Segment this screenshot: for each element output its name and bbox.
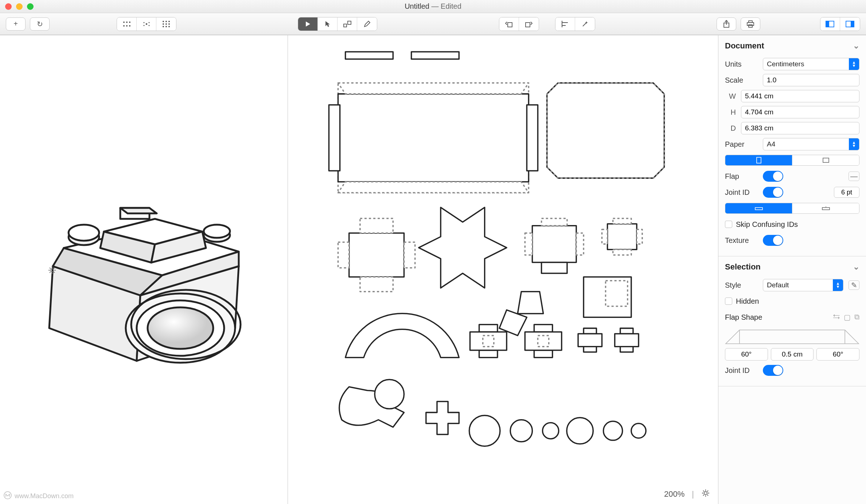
width-field[interactable] [741, 90, 859, 102]
svg-point-61 [51, 269, 54, 272]
grid-sparse-icon[interactable] [137, 17, 156, 31]
svg-point-7 [148, 22, 149, 23]
chevron-down-icon: ⌄ [853, 41, 859, 51]
svg-rect-22 [344, 24, 347, 27]
mirror-icon[interactable]: ⮀ [833, 313, 840, 322]
add-button[interactable]: + [6, 17, 26, 31]
height-field[interactable] [741, 106, 859, 118]
jointid-size-field[interactable] [834, 187, 859, 198]
hidden-label: Hidden [736, 297, 759, 306]
flap-angle-left-field[interactable] [725, 348, 768, 361]
scale-field[interactable] [763, 74, 859, 86]
document-header[interactable]: Document ⌄ [725, 39, 859, 54]
play-tool-icon[interactable] [298, 17, 318, 31]
svg-rect-85 [613, 249, 631, 255]
camera-icon[interactable] [0, 266, 42, 501]
print-icon[interactable] [741, 17, 760, 31]
svg-rect-115 [755, 208, 762, 210]
style-label: Style [725, 281, 758, 290]
svg-point-109 [567, 418, 593, 444]
svg-point-17 [163, 26, 164, 27]
paper-select[interactable]: A4 ▲▼ [763, 138, 859, 150]
grid-dense-icon[interactable] [117, 17, 137, 31]
svg-rect-80 [542, 262, 567, 273]
flap-options-button[interactable]: — [849, 172, 859, 181]
rotate-left-icon[interactable] [499, 17, 519, 31]
reload-button[interactable]: ↻ [30, 17, 50, 31]
zoom-level[interactable]: 200% [664, 489, 684, 499]
landscape-icon[interactable] [792, 155, 859, 165]
left-panel-icon[interactable] [820, 17, 840, 31]
edit-style-button[interactable]: ✎ [849, 280, 859, 290]
svg-marker-118 [726, 330, 859, 344]
svg-point-15 [165, 23, 167, 25]
svg-rect-99 [620, 347, 633, 352]
svg-rect-66 [329, 105, 340, 171]
unfold-sheet-view[interactable]: 200% | [288, 35, 718, 504]
jointid-label: Joint ID [725, 188, 758, 197]
svg-rect-81 [608, 224, 637, 249]
pointer-tool-icon[interactable] [318, 17, 338, 31]
stepper-icon: ▲▼ [849, 58, 859, 70]
svg-rect-96 [584, 347, 596, 352]
svg-point-4 [126, 25, 128, 27]
skip-ids-checkbox[interactable] [725, 221, 732, 228]
flap-size-field[interactable] [771, 348, 814, 361]
align-left-icon[interactable] [555, 17, 575, 31]
flap-shape-preview[interactable] [725, 327, 859, 344]
grid-9-icon[interactable] [156, 17, 176, 31]
magic-wand-icon[interactable] [575, 17, 595, 31]
selection-header[interactable]: Selection ⌄ [725, 260, 859, 275]
gear-icon[interactable] [48, 266, 281, 501]
jointid-toggle[interactable] [763, 187, 783, 198]
model-3d-view[interactable] [0, 35, 288, 504]
svg-rect-77 [525, 233, 532, 255]
jointid-style-segment[interactable] [725, 203, 859, 214]
copy-icon[interactable]: ⧉ [854, 313, 859, 322]
svg-rect-91 [534, 350, 552, 358]
watermark-logo-icon [4, 491, 12, 501]
svg-marker-20 [306, 21, 310, 27]
rotate-right-icon[interactable] [519, 17, 539, 31]
sel-jointid-toggle[interactable] [763, 365, 783, 376]
orientation-segment[interactable] [725, 155, 859, 166]
svg-point-12 [165, 21, 167, 22]
depth-field[interactable] [741, 122, 859, 134]
flap-angle-right-field[interactable] [816, 348, 859, 361]
svg-marker-69 [338, 182, 529, 193]
share-icon[interactable] [717, 17, 736, 31]
svg-rect-82 [602, 229, 607, 244]
align-group [555, 17, 595, 31]
right-panel-icon[interactable] [840, 17, 860, 31]
selection-section: Selection ⌄ Style Default ▲▼ ✎ Hidden Fl… [718, 256, 866, 386]
zoom-window-button[interactable] [27, 3, 34, 10]
svg-point-19 [168, 26, 170, 27]
sel-jointid-label: Joint ID [725, 366, 758, 375]
svg-point-121 [4, 492, 11, 499]
svg-rect-24 [508, 23, 512, 27]
scale-tool-icon[interactable] [338, 17, 357, 31]
portrait-icon[interactable] [725, 155, 792, 165]
svg-point-18 [165, 26, 167, 27]
inspector-panel: Document ⌄ Units Centimeters ▲▼ Scale W … [718, 35, 866, 504]
square-icon[interactable]: ▢ [844, 313, 851, 322]
flap-label: Flap [725, 172, 758, 181]
gear-icon[interactable] [701, 489, 710, 500]
svg-point-105 [375, 379, 404, 409]
svg-marker-75 [419, 208, 507, 288]
flap-toggle[interactable] [763, 171, 783, 182]
close-window-button[interactable] [5, 3, 12, 10]
pencil-tool-icon[interactable] [357, 17, 377, 31]
svg-point-5 [129, 25, 130, 27]
minimize-window-button[interactable] [16, 3, 23, 10]
units-select[interactable]: Centimeters ▲▼ [763, 58, 859, 70]
hidden-checkbox[interactable] [725, 298, 732, 305]
jointid-style-b-icon[interactable] [792, 203, 859, 213]
svg-point-0 [123, 21, 125, 23]
svg-rect-34 [749, 25, 752, 27]
texture-toggle[interactable] [763, 235, 783, 246]
svg-rect-36 [826, 21, 829, 27]
jointid-style-a-icon[interactable] [725, 203, 792, 213]
svg-rect-71 [338, 242, 349, 268]
style-select[interactable]: Default ▲▼ [763, 279, 843, 291]
